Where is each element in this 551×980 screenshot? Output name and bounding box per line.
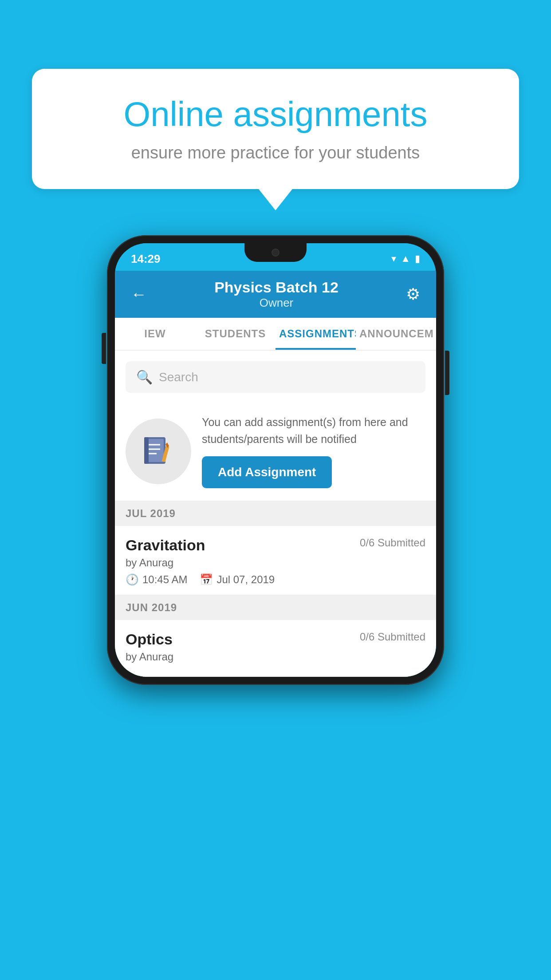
screen-content: 🔍 Search <box>115 351 436 677</box>
tab-students[interactable]: STUDENTS <box>195 318 276 350</box>
signal-icon: ▲ <box>401 253 410 265</box>
search-icon: 🔍 <box>136 369 153 385</box>
header-title: Physics Batch 12 <box>147 279 406 296</box>
notebook-icon-circle <box>126 419 191 484</box>
assignment-gravitation-time: 🕐 10:45 AM <box>126 573 187 586</box>
tabs-container: IEW STUDENTS ASSIGNMENTS ANNOUNCEM <box>115 318 436 351</box>
assignment-gravitation-top: Gravitation 0/6 Submitted <box>126 537 425 554</box>
speech-bubble-subtitle: ensure more practice for your students <box>63 143 488 162</box>
tab-iew[interactable]: IEW <box>115 318 195 350</box>
back-button[interactable]: ← <box>131 285 147 304</box>
section-jun-2019: JUN 2019 <box>115 595 436 620</box>
section-jul-2019: JUL 2019 <box>115 501 436 526</box>
phone-notch <box>244 243 307 262</box>
section-header-jul-text: JUL 2019 <box>126 507 176 519</box>
camera <box>272 249 279 257</box>
info-card-right: You can add assignment(s) from here and … <box>202 414 425 488</box>
header-subtitle: Owner <box>147 296 406 310</box>
assignment-gravitation-submitted: 0/6 Submitted <box>360 537 425 549</box>
clock-icon: 🕐 <box>126 573 139 586</box>
wifi-icon: ▾ <box>391 253 396 265</box>
search-placeholder: Search <box>159 370 198 384</box>
assignment-gravitation-meta: 🕐 10:45 AM 📅 Jul 07, 2019 <box>126 573 425 586</box>
battery-icon: ▮ <box>415 253 420 265</box>
assignment-optics-submitted: 0/6 Submitted <box>360 631 425 643</box>
calendar-icon: 📅 <box>200 573 213 586</box>
speech-bubble-container: Online assignments ensure more practice … <box>32 69 519 210</box>
assignment-optics-by: by Anurag <box>126 651 425 663</box>
speech-bubble-title: Online assignments <box>63 95 488 134</box>
phone-device: 14:29 ▾ ▲ ▮ ← Physics Batch 12 Owner ⚙ I… <box>107 235 444 685</box>
speech-bubble-arrow <box>259 189 292 210</box>
assignment-optics-top: Optics 0/6 Submitted <box>126 631 425 648</box>
section-header-jun-text: JUN 2019 <box>126 601 177 613</box>
tab-assignments[interactable]: ASSIGNMENTS <box>276 318 356 350</box>
assignment-gravitation[interactable]: Gravitation 0/6 Submitted by Anurag 🕐 10… <box>115 526 436 595</box>
add-assignment-button[interactable]: Add Assignment <box>202 456 332 488</box>
assignment-gravitation-title: Gravitation <box>126 537 205 554</box>
header-center: Physics Batch 12 Owner <box>147 279 406 310</box>
phone-screen: 14:29 ▾ ▲ ▮ ← Physics Batch 12 Owner ⚙ I… <box>115 243 436 677</box>
assignment-optics-title: Optics <box>126 631 173 648</box>
phone-outer: 14:29 ▾ ▲ ▮ ← Physics Batch 12 Owner ⚙ I… <box>107 235 444 685</box>
assignment-optics[interactable]: Optics 0/6 Submitted by Anurag <box>115 620 436 677</box>
settings-button[interactable]: ⚙ <box>406 285 420 304</box>
speech-bubble: Online assignments ensure more practice … <box>32 69 519 189</box>
search-bar[interactable]: 🔍 Search <box>126 361 425 393</box>
info-card: You can add assignment(s) from here and … <box>115 402 436 501</box>
assignment-gravitation-by: by Anurag <box>126 557 425 569</box>
app-header: ← Physics Batch 12 Owner ⚙ <box>115 271 436 318</box>
status-icons: ▾ ▲ ▮ <box>391 253 420 265</box>
tab-announcements[interactable]: ANNOUNCEM <box>356 318 436 350</box>
status-time: 14:29 <box>131 252 161 266</box>
notebook-icon <box>141 434 176 469</box>
assignment-gravitation-date: 📅 Jul 07, 2019 <box>200 573 275 586</box>
svg-rect-2 <box>144 437 149 464</box>
info-card-text: You can add assignment(s) from here and … <box>202 414 425 447</box>
